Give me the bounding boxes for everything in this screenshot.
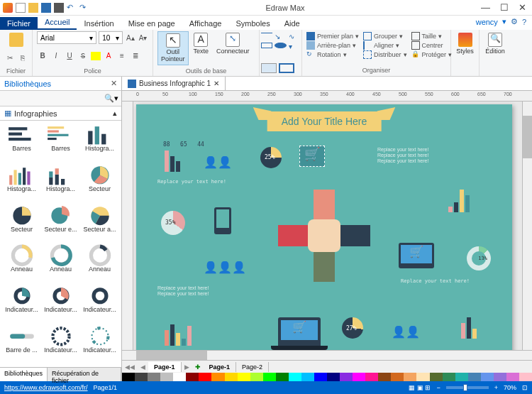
minimize-button[interactable]: —: [481, 2, 490, 13]
cut-icon[interactable]: ✂: [4, 53, 15, 64]
scrollbar-h[interactable]: [122, 350, 532, 360]
doc-tab-close-icon[interactable]: ✕: [214, 80, 219, 87]
sidebar-close-icon[interactable]: ✕: [111, 79, 117, 88]
shape-item[interactable]: Secteur: [3, 204, 40, 243]
tab-insertion[interactable]: Insértion: [77, 17, 121, 30]
laptop-icon[interactable]: 🛒: [278, 317, 321, 346]
canvas[interactable]: Add Your Title Here 88 65 44 👤👤 Replace …: [136, 104, 512, 350]
shape-item[interactable]: Histogra...: [3, 164, 40, 203]
shape-item[interactable]: Barre de ...: [3, 325, 40, 364]
font-color-button[interactable]: A: [103, 50, 114, 62]
settings-icon[interactable]: ⚙: [511, 17, 518, 26]
redo-icon[interactable]: ↷: [79, 3, 89, 13]
italic-button[interactable]: I: [50, 50, 62, 62]
font-name-select[interactable]: Arial▾: [37, 31, 96, 44]
open-icon[interactable]: [28, 3, 38, 13]
help-icon[interactable]: ?: [522, 18, 526, 26]
fill-color-button[interactable]: [261, 63, 277, 73]
protect-button[interactable]: 🔒Protéger ▾: [411, 50, 453, 59]
page-tab-1b[interactable]: Page-1: [204, 362, 237, 372]
title-banner[interactable]: Add Your Title Here: [267, 111, 382, 131]
tab-accueil[interactable]: Accueil: [38, 16, 77, 30]
document-tab[interactable]: Business Infographic 1 ✕: [122, 77, 226, 90]
edit-button[interactable]: 🔍Édition: [484, 31, 506, 57]
shape-item[interactable]: Indicateur...: [81, 325, 118, 364]
shape-item[interactable]: Indicateur...: [42, 285, 79, 324]
sidebar-category[interactable]: ▦ Infographies ▴: [0, 106, 121, 121]
maximize-button[interactable]: ☐: [500, 2, 509, 13]
shape-item[interactable]: Secteur a...: [81, 204, 118, 243]
page-nav-prev[interactable]: ◀: [138, 363, 148, 371]
color-palette[interactable]: [122, 373, 532, 381]
shape-item[interactable]: Histogra...: [42, 164, 79, 203]
new-icon[interactable]: [16, 3, 26, 13]
strike-button[interactable]: S̶: [77, 50, 89, 62]
rotate-button[interactable]: ↻Rotation ▾: [306, 50, 359, 59]
align-left-icon[interactable]: ≡: [116, 50, 128, 62]
distribute-button[interactable]: Distribuer ▾: [363, 50, 407, 59]
user-dropdown-icon[interactable]: ▾: [502, 17, 506, 26]
copy-icon[interactable]: ⎘: [17, 53, 28, 64]
sidebar-search-input[interactable]: [3, 94, 104, 102]
center-button[interactable]: Centrer: [411, 41, 453, 50]
close-button[interactable]: ✕: [519, 2, 526, 13]
view-mode-icon[interactable]: ▦ ▣ ⊞: [409, 384, 431, 391]
hands-graphic[interactable]: [278, 190, 370, 282]
shape-item[interactable]: Barres: [3, 124, 40, 163]
shape-ellipse-icon[interactable]: [275, 43, 286, 48]
shrink-font-icon[interactable]: A▾: [138, 32, 148, 43]
cart-icon-top[interactable]: 🛒: [299, 146, 325, 167]
shape-item[interactable]: Histogra...: [81, 124, 118, 163]
shape-item[interactable]: Barres: [42, 124, 79, 163]
shape-item[interactable]: Indicateur...: [81, 285, 118, 324]
shape-curve-icon[interactable]: ∿: [289, 33, 300, 40]
people-icon-3[interactable]: 👤👤: [392, 325, 420, 339]
tab-aide[interactable]: Aide: [277, 17, 307, 30]
text-block-bl[interactable]: Replace your text here!Replace your text…: [157, 285, 209, 297]
shape-more-icon[interactable]: ▾: [289, 43, 300, 50]
search-dropdown-icon[interactable]: ▾: [114, 94, 118, 103]
phone-icon[interactable]: [214, 207, 231, 234]
people-icon[interactable]: 👤👤: [204, 155, 232, 169]
send-back-button[interactable]: Arrière-plan ▾: [306, 41, 359, 50]
zoom-in-button[interactable]: +: [494, 384, 498, 391]
size-button[interactable]: Taille ▾: [411, 32, 453, 40]
bar-chart-bl[interactable]: [165, 324, 192, 346]
zoom-out-button[interactable]: −: [436, 384, 440, 391]
shape-item[interactable]: Anneau: [42, 244, 79, 283]
group-button[interactable]: Grouper ▾: [363, 32, 407, 40]
bar-chart-br[interactable]: [461, 317, 477, 339]
undo-icon[interactable]: ↶: [67, 3, 77, 13]
bar-chart-r[interactable]: [448, 190, 470, 212]
shape-item[interactable]: Anneau: [3, 244, 40, 283]
shape-item[interactable]: Indicateur...: [3, 285, 40, 324]
shape-rect-icon[interactable]: [261, 43, 272, 48]
text-tool[interactable]: ATexte: [191, 31, 212, 57]
sidebar-tab-recovery[interactable]: Récupération de fichier: [48, 368, 121, 381]
highlight-button[interactable]: [91, 52, 101, 60]
user-name[interactable]: wency: [476, 18, 498, 26]
page-tab-1[interactable]: Page-1: [148, 362, 182, 372]
shape-item[interactable]: Secteur e...: [42, 204, 79, 243]
shape-line-icon[interactable]: [261, 33, 272, 38]
bold-button[interactable]: B: [37, 50, 48, 62]
bring-front-button[interactable]: Premier plan ▾: [306, 32, 359, 40]
people-icon-2[interactable]: 👤👤👤: [204, 261, 246, 274]
grow-font-icon[interactable]: A▴: [125, 32, 135, 43]
sidebar-tab-lib[interactable]: Bibliothèques: [0, 368, 48, 381]
fit-page-icon[interactable]: ⊡: [522, 384, 528, 391]
status-url[interactable]: https://www.edrawsoft.com/fr/: [4, 384, 88, 391]
shape-item[interactable]: Secteur: [81, 164, 118, 203]
font-size-select[interactable]: 10▾: [99, 31, 123, 44]
page-tab-2[interactable]: Page-2: [236, 362, 269, 372]
underline-button[interactable]: U: [64, 50, 75, 62]
page-nav-first[interactable]: ◀◀: [122, 363, 138, 371]
tab-mise-en-page[interactable]: Mise en page: [121, 17, 182, 30]
bar-chart-tl[interactable]: [165, 151, 180, 172]
scrollbar-v[interactable]: [522, 102, 532, 350]
file-menu[interactable]: Fichier: [0, 17, 38, 30]
shape-item[interactable]: Anneau: [81, 244, 118, 283]
search-icon[interactable]: 🔍: [104, 94, 114, 103]
page-add[interactable]: ✚: [192, 363, 204, 371]
pointer-tool[interactable]: ↖Outil Pointeur: [157, 31, 189, 65]
